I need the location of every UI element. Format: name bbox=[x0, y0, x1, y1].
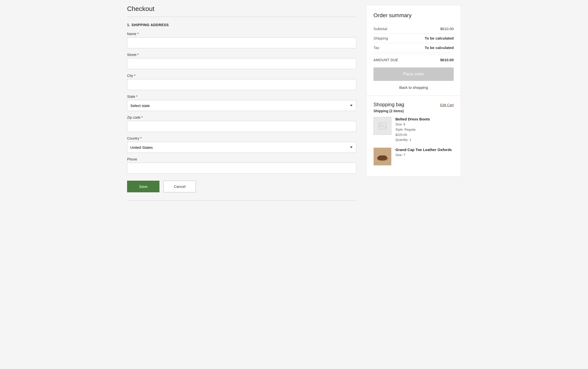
street-input[interactable] bbox=[127, 58, 356, 69]
product-info-2: Size: 7 bbox=[395, 153, 454, 158]
zip-label: Zip code * bbox=[127, 115, 356, 119]
phone-label: Phone bbox=[127, 157, 356, 161]
product-info-1: Size: 6 Style: Regular $220.00 Quantity:… bbox=[395, 122, 454, 143]
product-image-2 bbox=[373, 148, 391, 165]
name-field-group: Name * bbox=[127, 32, 356, 48]
shopping-bag-title: Shopping bag bbox=[373, 102, 404, 107]
tax-value: To be calculated bbox=[425, 46, 454, 50]
shopping-bag-section: Shopping bag Edit Cart Shipping (2 items… bbox=[366, 96, 461, 177]
country-field-group: Country * United StatesCanadaUnited King… bbox=[127, 136, 356, 153]
place-order-button[interactable]: Place order bbox=[373, 67, 454, 81]
state-select[interactable]: Select stateAlabamaAlaskaArizonaArkansas… bbox=[127, 100, 356, 111]
subtotal-label: Subtotal bbox=[373, 27, 387, 31]
country-label: Country * bbox=[127, 136, 356, 140]
tax-label: Tax bbox=[373, 46, 379, 50]
page-title: Checkout bbox=[127, 5, 356, 13]
product-name-2: Grand Cap Toe Leather Oxfords bbox=[395, 148, 454, 152]
product-item-2: Grand Cap Toe Leather Oxfords Size: 7 bbox=[373, 148, 454, 165]
svg-rect-0 bbox=[379, 123, 386, 129]
sidebar: Order summary Subtotal $610.00 Shipping … bbox=[366, 5, 461, 207]
order-summary-title: Order summary bbox=[373, 12, 454, 19]
subtotal-row: Subtotal $610.00 bbox=[373, 24, 454, 34]
product-image-1 bbox=[373, 117, 391, 135]
amount-due-value: $610.00 bbox=[440, 58, 454, 62]
shipping-row: Shipping To be calculated bbox=[373, 34, 454, 43]
zip-input[interactable] bbox=[127, 121, 356, 132]
state-label: State * bbox=[127, 95, 356, 99]
subtotal-value: $610.00 bbox=[440, 27, 454, 31]
edit-cart-link[interactable]: Edit Cart bbox=[440, 103, 454, 107]
city-input[interactable] bbox=[127, 79, 356, 90]
street-label: Street * bbox=[127, 53, 356, 57]
form-buttons: Save Cancel bbox=[127, 181, 356, 192]
section-divider bbox=[127, 17, 356, 17]
product-details-2: Grand Cap Toe Leather Oxfords Size: 7 bbox=[395, 148, 454, 165]
city-label: City * bbox=[127, 74, 356, 78]
street-field-group: Street * bbox=[127, 53, 356, 69]
product-name-1: Belted Dress Boots bbox=[395, 117, 454, 121]
product-price-1: $220.00 bbox=[395, 133, 407, 137]
order-summary-box: Order summary Subtotal $610.00 Shipping … bbox=[366, 5, 461, 96]
shipping-label: Shipping bbox=[373, 36, 388, 40]
amount-due-label: AMOUNT DUE bbox=[373, 58, 398, 62]
product-item-1: Belted Dress Boots Size: 6 Style: Regula… bbox=[373, 117, 454, 143]
country-select[interactable]: United StatesCanadaUnited KingdomAustral… bbox=[127, 142, 356, 153]
amount-due-row: AMOUNT DUE $610.00 bbox=[373, 54, 454, 62]
phone-field-group: Phone bbox=[127, 157, 356, 174]
product-details-1: Belted Dress Boots Size: 6 Style: Regula… bbox=[395, 117, 454, 143]
product-quantity-1: Quantity: 1 bbox=[395, 138, 411, 142]
state-field-group: State * Select stateAlabamaAlaskaArizona… bbox=[127, 95, 356, 111]
shipping-value: To be calculated bbox=[425, 36, 454, 40]
back-to-shopping-link[interactable]: Back to shopping bbox=[373, 85, 454, 90]
name-input[interactable] bbox=[127, 37, 356, 48]
product-size-1: Size: 6 bbox=[395, 122, 405, 126]
shopping-bag-header: Shopping bag Edit Cart bbox=[373, 102, 454, 107]
name-label: Name * bbox=[127, 32, 356, 36]
section-title: 1. SHIPPING ADDRESS bbox=[127, 23, 356, 27]
product-size-2: Size: 7 bbox=[395, 153, 405, 157]
bottom-divider bbox=[127, 200, 356, 201]
cancel-button[interactable]: Cancel bbox=[163, 181, 196, 192]
city-field-group: City * bbox=[127, 74, 356, 90]
shipping-items-label: Shipping (2 items) bbox=[373, 109, 454, 113]
phone-input[interactable] bbox=[127, 163, 356, 174]
zip-field-group: Zip code * bbox=[127, 115, 356, 132]
product-style-1: Style: Regular bbox=[395, 128, 416, 131]
tax-row: Tax To be calculated bbox=[373, 43, 454, 53]
save-button[interactable]: Save bbox=[127, 181, 159, 192]
